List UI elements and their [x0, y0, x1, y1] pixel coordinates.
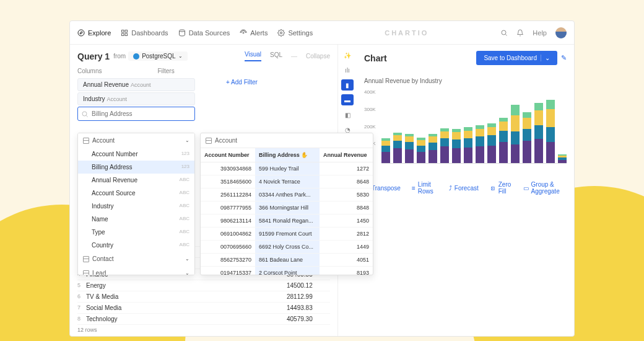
zero-fill-action[interactable]: ⦻Zero Fill: [490, 181, 512, 195]
result-row: 7Social Media14493.83: [77, 303, 330, 314]
db-dot-icon: [133, 53, 139, 60]
column-search-input[interactable]: [77, 107, 195, 121]
nav-settings[interactable]: Settings: [277, 29, 313, 37]
db-selector[interactable]: PostgreSQL ⌄: [128, 51, 187, 61]
query-panel: Query 1 from PostgreSQL ⌄ Visual SQL — C…: [70, 45, 338, 336]
dropdown-item[interactable]: NameABC: [78, 213, 194, 226]
tab-sql[interactable]: SQL: [270, 51, 282, 61]
svg-rect-2: [122, 30, 124, 32]
nav-settings-label: Settings: [288, 29, 313, 37]
database-icon: [178, 29, 186, 37]
chart-title: Chart: [364, 53, 387, 63]
column-search[interactable]: [77, 107, 195, 121]
help-link[interactable]: Help: [533, 29, 547, 37]
result-row: 6TV & Media28112.99: [77, 291, 330, 303]
table-icon: [206, 138, 212, 144]
preview-row: 00706956606692 Holy Cross Co...1449: [201, 241, 373, 254]
svg-point-8: [281, 32, 282, 33]
kpi-icon[interactable]: ◧: [341, 109, 354, 120]
chart-bar: [440, 128, 449, 163]
chart-subtitle: Annual Revenue by Industry: [364, 78, 567, 84]
radio-icon: [240, 29, 247, 37]
preview-group-label: Account: [215, 137, 237, 144]
columns-label: Columns: [77, 68, 102, 74]
table-icon: [83, 270, 89, 276]
chart-bar: [499, 118, 508, 163]
preview-row: 069100486291599 Fremont Court2812: [201, 228, 373, 241]
dropdown-item[interactable]: IndustryABC: [78, 200, 194, 213]
chart-bar: [429, 134, 437, 163]
nav-datasources[interactable]: Data Sources: [178, 29, 230, 37]
cursor-icon: ✋: [301, 152, 308, 158]
chevron-down-icon: ⌄: [185, 270, 189, 275]
app-window: Explore Dashboards Data Sources Alerts S…: [69, 20, 575, 337]
dropdown-item[interactable]: Account SourceABC: [78, 187, 194, 200]
svg-point-6: [179, 30, 185, 32]
gear-icon: [277, 29, 285, 37]
chart-bar: [558, 154, 567, 163]
chart-bar: [393, 133, 402, 163]
preview-col-header-selected[interactable]: Billing Address ✋: [255, 148, 320, 162]
preview-row: 98062131145841 Ronald Regan...1450: [201, 215, 373, 228]
dd-group-contact[interactable]: Contact⌄: [78, 252, 194, 266]
svg-point-10: [82, 112, 87, 116]
limit-rows-action[interactable]: ≡Limit Rows: [412, 181, 438, 195]
bell-icon[interactable]: [516, 29, 524, 37]
compass-icon: [77, 29, 85, 37]
nav-alerts[interactable]: Alerts: [240, 29, 268, 37]
dropdown-item[interactable]: TypeABC: [78, 226, 194, 239]
chevron-down-icon: ⌄: [185, 256, 189, 262]
query-title: Query 1: [77, 51, 110, 61]
preview-col-header[interactable]: Annual Revenue: [320, 148, 373, 162]
dropdown-item[interactable]: Annual RevenueABC: [78, 174, 194, 187]
group-aggregate-action[interactable]: ▭Group & Aggregate: [523, 181, 567, 195]
column-pill[interactable]: IndustryAccount: [77, 92, 195, 105]
dd-group-account[interactable]: Account⌄: [78, 133, 194, 148]
dashboard-icon: [121, 29, 128, 37]
dropdown-item[interactable]: CountryABC: [78, 239, 194, 252]
dropdown-item[interactable]: Billing Address123: [78, 161, 194, 174]
column-dropdown: Account⌄ Account Number123Billing Addres…: [77, 133, 195, 275]
preview-col-header[interactable]: Account Number: [201, 148, 255, 162]
chart-bar: [511, 105, 520, 163]
chart-bar: [381, 138, 390, 163]
bar-chart-icon[interactable]: ılı: [341, 64, 354, 76]
group-icon: ▭: [523, 185, 529, 192]
preview-row: 0987777955366 Morningstar Hill8848: [201, 202, 373, 215]
auto-icon[interactable]: ✨: [341, 50, 354, 61]
edit-icon[interactable]: ✎: [561, 54, 567, 62]
chevron-down-icon: ⌄: [541, 55, 550, 61]
preview-row: 256111228403344 Anthes Park...5830: [201, 188, 373, 202]
preview-row: 01947153372 Corscot Point8193: [201, 267, 373, 275]
table-icon: [83, 256, 89, 262]
nav-alerts-label: Alerts: [250, 29, 268, 37]
collapse-link[interactable]: Collapse: [306, 53, 330, 60]
svg-marker-1: [80, 32, 82, 34]
dd-group-lead[interactable]: Lead⌄: [78, 266, 194, 275]
chart-canvas: 400K300K200K100K0: [364, 89, 567, 164]
stacked-bar2-icon[interactable]: ▬: [341, 94, 354, 105]
chart-bar: [405, 134, 414, 163]
stacked-bar-icon[interactable]: ▮: [341, 79, 354, 91]
chart-bar: [546, 100, 555, 163]
chart-bar: [534, 103, 543, 164]
chevron-down-icon: ⌄: [185, 138, 189, 143]
nav-dashboards[interactable]: Dashboards: [121, 29, 168, 37]
chart-bar: [452, 129, 461, 163]
nav-explore-label: Explore: [88, 29, 111, 37]
column-pill[interactable]: Annual RevenueAccount: [77, 78, 195, 91]
add-filter-link[interactable]: + Add Filter: [226, 79, 258, 86]
search-icon[interactable]: [500, 29, 508, 37]
svg-rect-3: [125, 30, 128, 32]
save-to-dashboard-button[interactable]: Save to Dashboard⌄: [476, 51, 557, 65]
tab-visual[interactable]: Visual: [245, 51, 261, 61]
forecast-icon: ⤴: [449, 185, 452, 192]
chevron-down-icon: ⌄: [178, 53, 183, 59]
avatar[interactable]: [555, 27, 567, 38]
dropdown-item[interactable]: Account Number123: [78, 148, 194, 161]
result-row: 8Technology40579.30: [77, 314, 330, 325]
preview-row: 35184656004 Novick Terrace8648: [201, 175, 373, 188]
preview-row: 3930934868599 Huxley Trail1272: [201, 162, 373, 175]
forecast-action[interactable]: ⤴Forecast: [449, 181, 479, 195]
nav-explore[interactable]: Explore: [77, 29, 111, 37]
